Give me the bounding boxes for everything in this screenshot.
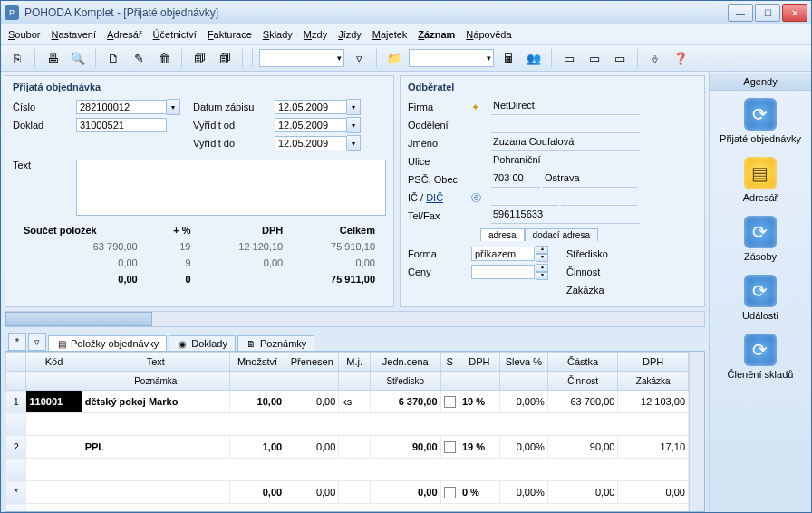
obec-value[interactable]: Ostrava	[543, 172, 637, 188]
toolbar-btn-3[interactable]: 🔍	[67, 47, 89, 69]
dic-value[interactable]	[561, 190, 637, 206]
menu-mzdy[interactable]: Mzdy	[304, 29, 327, 40]
doklad-label: Doklad	[13, 120, 76, 131]
toolbar-btn-2[interactable]: 🖶	[42, 47, 63, 69]
toolbar-btn-23[interactable]: ▭	[609, 47, 631, 69]
tab-položky-objednávky[interactable]: ▤Položky objednávky	[48, 335, 167, 351]
col-Kód[interactable]: Kód	[26, 353, 82, 372]
toolbar-btn-0[interactable]: ⎘	[6, 47, 28, 69]
toolbar-btn-18[interactable]: 🖩	[498, 47, 519, 69]
calendar-icon[interactable]: ▾	[347, 99, 361, 115]
checkbox[interactable]	[444, 441, 456, 453]
ie-icon[interactable]: ⓔ	[471, 191, 491, 205]
datum-zapisu-input[interactable]	[275, 100, 347, 114]
menu-záznam[interactable]: Záznam	[418, 29, 455, 40]
toolbar-btn-22[interactable]: ▭	[584, 47, 605, 69]
order-panel-title: Přijatá objednávka	[13, 82, 386, 92]
table-row[interactable]: 2PPL1,000,0090,0019 %0,00%90,0017,10	[6, 436, 689, 459]
vyridit-od-input[interactable]	[275, 118, 347, 132]
toolbar-btn-19[interactable]: 👥	[523, 47, 545, 69]
col-Částka[interactable]: Částka	[547, 353, 618, 372]
spin-up-icon[interactable]: ▴	[536, 264, 548, 272]
table-row-sub[interactable]	[6, 413, 689, 436]
checkbox[interactable]	[444, 396, 456, 408]
col-Množství[interactable]: Množství	[229, 353, 285, 372]
ic-value[interactable]	[491, 190, 558, 206]
menu-fakturace[interactable]: Fakturace	[208, 29, 252, 40]
cislo-input[interactable]	[76, 100, 167, 114]
toolbar-btn-26[interactable]: ❓	[670, 47, 691, 69]
vyridit-do-input[interactable]	[275, 136, 347, 150]
col-Jedn.cena[interactable]: Jedn.cena	[370, 353, 440, 372]
spin-up-icon[interactable]: ▴	[536, 246, 548, 254]
form-hscrollbar[interactable]	[5, 311, 705, 327]
toolbar-combo[interactable]: ▾	[409, 49, 494, 67]
menu-adresář[interactable]: Adresář	[107, 29, 142, 40]
grid-vscrollbar[interactable]	[689, 352, 704, 511]
menu-účetnictví[interactable]: Účetnictví	[153, 29, 197, 40]
firma-value[interactable]: NetDirect	[491, 100, 640, 115]
ulice-value[interactable]: Pohraniční	[491, 154, 640, 169]
text-textarea[interactable]	[76, 160, 386, 216]
col-DPH[interactable]: DPH	[618, 353, 689, 372]
col-Text[interactable]: Text	[82, 353, 229, 372]
table-row-sub[interactable]	[6, 459, 689, 481]
checkbox[interactable]	[444, 487, 456, 498]
tab-doklady[interactable]: ◉Doklady	[169, 335, 236, 351]
toolbar-combo[interactable]: ▾	[259, 49, 344, 67]
ceny-input[interactable]	[471, 265, 535, 279]
col-S[interactable]: S	[440, 353, 459, 372]
menu-sklady[interactable]: Sklady	[263, 29, 293, 40]
firma-icon[interactable]: ✦	[471, 102, 491, 113]
tab-adresa[interactable]: adresa	[480, 228, 525, 241]
psc-value[interactable]: 703 00	[491, 172, 540, 188]
sidebar-item-události[interactable]: ⟳Události	[720, 267, 801, 326]
sidebar-item-přijaté-objednávky[interactable]: ⟳Přijaté objednávky	[720, 91, 801, 150]
table-row[interactable]: *0,000,000,000 %0,00%0,000,00	[6, 481, 689, 504]
spin-down-icon[interactable]: ▾	[536, 254, 548, 262]
sidebar-item-zásoby[interactable]: ⟳Zásoby	[720, 208, 801, 267]
toolbar-btn-7[interactable]: 🗑	[153, 47, 175, 69]
oddeleni-value[interactable]	[491, 118, 640, 133]
col-Přenesen[interactable]: Přenesen	[285, 353, 339, 372]
table-row[interactable]: 1110001dětský pokoj Marko10,000,00ks6 37…	[6, 391, 689, 413]
toolbar-btn-10[interactable]: 🗐	[214, 47, 236, 69]
tab-filter-icon[interactable]: ▿	[28, 333, 46, 351]
text-label: Text	[13, 160, 76, 170]
menu-jízdy[interactable]: Jízdy	[338, 29, 362, 40]
toolbar-btn-16[interactable]: 📁	[383, 47, 405, 69]
forma-input[interactable]	[471, 247, 535, 261]
cislo-dropdown-icon[interactable]: ▾	[167, 99, 180, 115]
tab-dodaci-adresa[interactable]: dodací adresa	[525, 228, 598, 241]
calendar-icon[interactable]: ▾	[347, 117, 361, 133]
sidebar-item-členění-skladů[interactable]: ⟳Členění skladů	[720, 326, 801, 385]
col-M.j.[interactable]: M.j.	[339, 353, 371, 372]
close-button[interactable]: ✕	[782, 4, 807, 22]
spin-down-icon[interactable]: ▾	[536, 272, 548, 280]
tab-new-icon[interactable]: *	[8, 333, 26, 351]
toolbar-btn-25[interactable]: ⎀	[644, 47, 666, 69]
col-DPH[interactable]: DPH	[459, 353, 499, 372]
menu-soubor[interactable]: Soubor	[8, 29, 40, 40]
doklad-input[interactable]	[76, 118, 167, 132]
toolbar-btn-6[interactable]: ✎	[128, 47, 150, 69]
menu-nápověda[interactable]: Nápověda	[466, 29, 511, 40]
toolbar-btn-5[interactable]: 🗋	[102, 47, 124, 69]
customer-panel: Odběratel Firma✦NetDirect Oddělení Jméno…	[400, 75, 705, 307]
tab-poznámky[interactable]: 🗎Poznámky	[237, 335, 314, 351]
toolbar-btn-9[interactable]: 🗐	[188, 47, 210, 69]
tel-value[interactable]: 596115633	[491, 208, 640, 224]
dic-link[interactable]: DIČ	[426, 192, 443, 203]
jmeno-value[interactable]: Zuzana Coufalová	[491, 136, 640, 151]
table-row-sub[interactable]	[6, 504, 689, 512]
toolbar-btn-21[interactable]: ▭	[558, 47, 580, 69]
calendar-icon[interactable]: ▾	[347, 135, 361, 151]
col-Sleva %[interactable]: Sleva %	[499, 353, 547, 372]
menu-nastavení[interactable]: Nastavení	[51, 29, 96, 40]
toolbar-btn-14[interactable]: ▿	[348, 47, 370, 69]
maximize-button[interactable]: ☐	[755, 4, 780, 22]
col-[interactable]	[6, 353, 26, 372]
menu-majetek[interactable]: Majetek	[372, 29, 408, 40]
minimize-button[interactable]: —	[728, 4, 753, 22]
sidebar-item-adresář[interactable]: ▤Adresář	[720, 150, 801, 208]
